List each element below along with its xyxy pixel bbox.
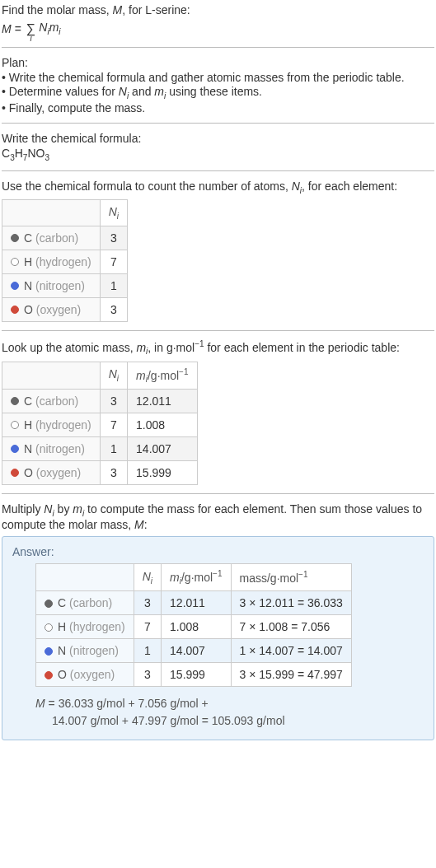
cell-Ni: 3 bbox=[134, 663, 161, 687]
cell-Ni: 1 bbox=[100, 437, 127, 461]
table-row: O (oxygen)3 bbox=[2, 298, 128, 322]
intro-M: M bbox=[113, 3, 123, 16]
cell-mi: 12.011 bbox=[162, 591, 231, 615]
table-header-blank bbox=[36, 563, 134, 590]
multiply-title: Multiply Ni by mi to compute the mass fo… bbox=[2, 502, 434, 531]
divider bbox=[2, 123, 434, 124]
eq-N: N bbox=[39, 21, 47, 34]
answer-table: Ni mi/g·mol−1 mass/g·mol−1 C (carbon)312… bbox=[35, 563, 352, 687]
cell-mi: 12.011 bbox=[128, 390, 197, 413]
element-swatch-icon bbox=[11, 397, 19, 405]
element-swatch-icon bbox=[11, 421, 19, 429]
cell-Ni: 7 bbox=[100, 250, 127, 274]
cell-Ni: 3 bbox=[100, 461, 127, 485]
element-label: C (carbon) bbox=[2, 226, 101, 250]
cell-mi: 14.007 bbox=[162, 639, 231, 663]
eq-equals: = bbox=[15, 22, 21, 35]
answer-box: Answer: Ni mi/g·mol−1 mass/g·mol−1 C (ca… bbox=[2, 536, 434, 740]
element-label: H (hydrogen) bbox=[2, 413, 101, 437]
table-header-mi: mi/g·mol−1 bbox=[128, 362, 197, 389]
plan-list: • Write the chemical formula and gather … bbox=[2, 71, 434, 114]
cell-mi: 15.999 bbox=[162, 663, 231, 687]
table-row: C (carbon)3 bbox=[2, 226, 128, 250]
element-label: N (nitrogen) bbox=[36, 639, 134, 663]
divider bbox=[2, 493, 434, 494]
table-header-Ni: Ni bbox=[100, 200, 127, 226]
table-row: N (nitrogen)1 bbox=[2, 274, 128, 298]
table-row: N (nitrogen)114.007 bbox=[2, 437, 198, 461]
mass-lookup-title: Look up the atomic mass, mi, in g·mol−1 … bbox=[2, 339, 434, 356]
table-header-mi: mi/g·mol−1 bbox=[162, 563, 231, 590]
count-title: Use the chemical formula to count the nu… bbox=[2, 180, 434, 195]
divider bbox=[2, 170, 434, 171]
cell-mass: 1 × 14.007 = 14.007 bbox=[231, 639, 351, 663]
answer-final: M = 36.033 g/mol + 7.056 g/mol + 14.007 … bbox=[35, 695, 424, 730]
element-swatch-icon bbox=[11, 282, 19, 290]
intro-line: Find the molar mass, M, for L-serine: bbox=[2, 3, 434, 16]
eq-M: M bbox=[2, 22, 12, 35]
cell-mass: 7 × 1.008 = 7.056 bbox=[231, 615, 351, 639]
element-swatch-icon bbox=[45, 647, 53, 656]
table-header-blank bbox=[2, 200, 101, 226]
table-row: O (oxygen)315.9993 × 15.999 = 47.997 bbox=[36, 663, 352, 687]
count-table: Ni C (carbon)3H (hydrogen)7N (nitrogen)1… bbox=[2, 199, 128, 322]
cell-Ni: 3 bbox=[100, 226, 127, 250]
cell-mi: 1.008 bbox=[162, 615, 231, 639]
intro-text-post: , for L-serine: bbox=[122, 3, 190, 16]
answer-label: Answer: bbox=[12, 545, 424, 558]
element-label: H (hydrogen) bbox=[36, 615, 134, 639]
page-root: Find the molar mass, M, for L-serine: M … bbox=[0, 0, 436, 747]
cell-Ni: 3 bbox=[100, 298, 127, 322]
divider bbox=[2, 330, 434, 331]
cell-mi: 14.007 bbox=[128, 437, 197, 461]
table-row: H (hydrogen)7 bbox=[2, 250, 128, 274]
cell-Ni: 1 bbox=[134, 639, 161, 663]
intro-equation: M = ∑ i Nimi bbox=[2, 18, 434, 39]
element-label: N (nitrogen) bbox=[2, 437, 101, 461]
element-label: O (oxygen) bbox=[36, 663, 134, 687]
formula-title: Write the chemical formula: bbox=[2, 132, 434, 145]
element-swatch-icon bbox=[45, 671, 53, 679]
table-header-Ni: Ni bbox=[100, 362, 127, 389]
cell-Ni: 3 bbox=[134, 591, 161, 615]
plan-title: Plan: bbox=[2, 56, 434, 69]
plan-item-2: • Determine values for Ni and mi using t… bbox=[2, 85, 434, 100]
cell-mi: 15.999 bbox=[128, 461, 197, 485]
plan-item-1: • Write the chemical formula and gather … bbox=[2, 71, 434, 84]
cell-Ni: 3 bbox=[100, 390, 127, 413]
element-label: O (oxygen) bbox=[2, 461, 101, 485]
atomic-mass-table: Ni mi/g·mol−1 C (carbon)312.011H (hydrog… bbox=[2, 362, 198, 485]
table-row: H (hydrogen)71.008 bbox=[2, 413, 198, 437]
element-label: C (carbon) bbox=[36, 591, 134, 615]
element-swatch-icon bbox=[11, 306, 19, 314]
cell-Ni: 7 bbox=[100, 413, 127, 437]
element-swatch-icon bbox=[45, 600, 53, 608]
eq-m: m bbox=[49, 21, 59, 34]
cell-mass: 3 × 15.999 = 47.997 bbox=[231, 663, 351, 687]
table-row: O (oxygen)315.999 bbox=[2, 461, 198, 485]
element-swatch-icon bbox=[11, 234, 19, 242]
cell-mi: 1.008 bbox=[128, 413, 197, 437]
cell-Ni: 1 bbox=[100, 274, 127, 298]
element-swatch-icon bbox=[45, 623, 53, 632]
cell-Ni: 7 bbox=[134, 615, 161, 639]
element-swatch-icon bbox=[11, 469, 19, 477]
element-label: O (oxygen) bbox=[2, 298, 101, 322]
table-header-blank bbox=[2, 362, 101, 389]
table-header-Ni: Ni bbox=[134, 563, 161, 590]
table-row: H (hydrogen)71.0087 × 1.008 = 7.056 bbox=[36, 615, 352, 639]
table-header-mass: mass/g·mol−1 bbox=[231, 563, 351, 590]
element-label: H (hydrogen) bbox=[2, 250, 101, 274]
element-swatch-icon bbox=[11, 445, 19, 453]
chemical-formula: C3H7NO3 bbox=[2, 147, 434, 162]
divider bbox=[2, 47, 434, 48]
table-row: C (carbon)312.0113 × 12.011 = 36.033 bbox=[36, 591, 352, 615]
element-swatch-icon bbox=[11, 258, 19, 266]
table-row: C (carbon)312.011 bbox=[2, 390, 198, 413]
element-label: C (carbon) bbox=[2, 390, 101, 413]
plan-item-3: • Finally, compute the mass. bbox=[2, 101, 434, 114]
table-row: N (nitrogen)114.0071 × 14.007 = 14.007 bbox=[36, 639, 352, 663]
cell-mass: 3 × 12.011 = 36.033 bbox=[231, 591, 351, 615]
element-label: N (nitrogen) bbox=[2, 274, 101, 298]
intro-text-pre: Find the molar mass, bbox=[2, 3, 113, 16]
